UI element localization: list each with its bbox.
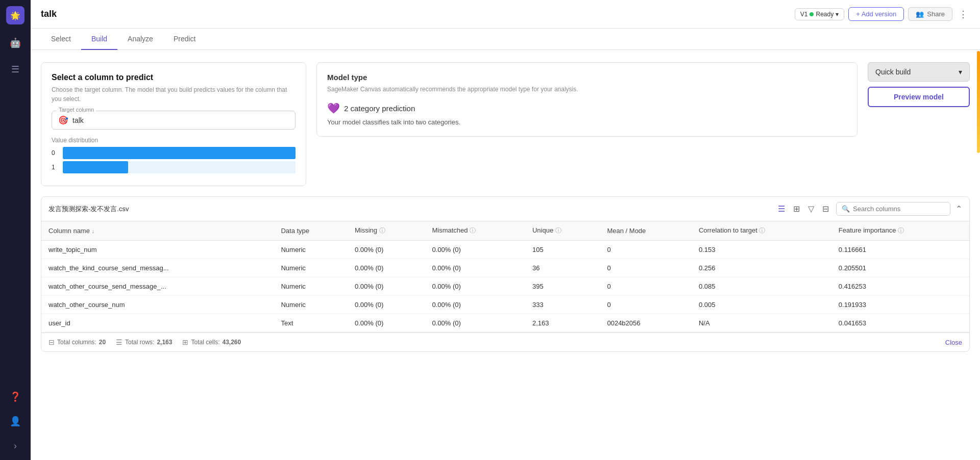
cell-data-type: Numeric — [274, 241, 348, 259]
target-column-value: talk — [72, 116, 84, 124]
total-cells-value: 43,260 — [222, 339, 241, 346]
info-icon-feature[interactable]: ⓘ — [898, 227, 904, 234]
bar-fill-1 — [63, 161, 128, 173]
tab-predict[interactable]: Predict — [163, 29, 206, 50]
share-button[interactable]: 👥 Share — [908, 7, 952, 21]
cell-feature-importance: 0.416253 — [831, 277, 969, 296]
prediction-detail: Your model classifies talk into two cate… — [327, 118, 847, 126]
quick-build-button[interactable]: Quick build ▾ — [868, 62, 970, 82]
sidebar-icon-help[interactable]: ❓ — [7, 389, 23, 405]
cell-correlation: 0.085 — [692, 277, 831, 296]
search-columns-input[interactable] — [853, 205, 945, 213]
th-data-type: Data type — [274, 221, 348, 241]
bar-row-1: 1 — [52, 161, 296, 173]
tab-build[interactable]: Build — [81, 29, 117, 50]
status-label: Ready — [816, 11, 834, 18]
total-cells-stat: ⊞ Total cells: 43,260 — [182, 338, 241, 346]
table-row: write_topic_num Numeric 0.00% (0) 0.00% … — [41, 241, 969, 259]
th-missing: Missing ⓘ — [348, 221, 425, 241]
cell-feature-importance: 0.191933 — [831, 296, 969, 314]
cell-mismatched: 0.00% (0) — [425, 296, 525, 314]
tab-select[interactable]: Select — [41, 29, 81, 50]
close-button[interactable]: Close — [945, 339, 962, 346]
target-icon: 🎯 — [58, 115, 68, 125]
table-toolbar: 发言预测探索-发不发言.csv ☰ ⊞ ▽ ⊟ 🔍 ⌃ — [41, 197, 969, 221]
sidebar-icon-user[interactable]: 👤 — [7, 413, 23, 429]
model-type-panel: Model type SageMaker Canvas automaticall… — [316, 62, 857, 137]
cell-mismatched: 0.00% (0) — [425, 277, 525, 296]
cell-missing: 0.00% (0) — [348, 259, 425, 277]
table-scroll-container[interactable]: Column name ↓ Data type Missing ⓘ Mismat… — [41, 221, 969, 333]
cell-mean-mode: 0 — [600, 277, 691, 296]
bar-row-0: 0 — [52, 147, 296, 159]
th-feature-importance: Feature importance ⓘ — [831, 221, 969, 241]
sidebar-icon-expand[interactable]: › — [7, 438, 23, 454]
cell-unique: 333 — [525, 296, 600, 314]
filter-icon[interactable]: ▽ — [806, 202, 816, 216]
table-row: user_id Text 0.00% (0) 0.00% (0) 2,163 0… — [41, 314, 969, 333]
data-table: Column name ↓ Data type Missing ⓘ Mismat… — [41, 221, 969, 333]
search-box[interactable]: 🔍 — [836, 202, 950, 216]
cell-column-name: user_id — [41, 314, 274, 333]
cell-column-name: write_topic_num — [41, 241, 274, 259]
version-selector[interactable]: V1 Ready ▾ — [795, 8, 844, 20]
preview-model-button[interactable]: Preview model — [868, 87, 970, 107]
bar-label-1: 1 — [52, 164, 59, 171]
cell-unique: 395 — [525, 277, 600, 296]
total-columns-label: Total columns: — [57, 339, 96, 346]
search-icon: 🔍 — [842, 205, 850, 213]
prediction-label: 2 category prediction — [344, 104, 415, 113]
value-dist-label: Value distribution — [52, 137, 296, 144]
cell-correlation: 0.256 — [692, 259, 831, 277]
info-icon-unique[interactable]: ⓘ — [555, 227, 561, 234]
model-type-title: Model type — [327, 73, 847, 82]
quick-build-dropdown-icon: ▾ — [959, 68, 962, 76]
sort-icon-column-name[interactable]: ↓ — [92, 228, 95, 234]
version-label: V1 — [800, 11, 808, 18]
share-icon: 👥 — [916, 10, 924, 18]
cell-missing: 0.00% (0) — [348, 277, 425, 296]
target-column-input[interactable]: 🎯 talk — [52, 111, 296, 130]
target-column-wrapper: Target column 🎯 talk — [52, 111, 296, 130]
scroll-accent — [977, 51, 980, 153]
cell-correlation: N/A — [692, 314, 831, 333]
cell-data-type: Numeric — [274, 277, 348, 296]
settings-icon[interactable]: ⊟ — [820, 202, 831, 216]
th-mean-mode: Mean / Mode — [600, 221, 691, 241]
prediction-badge: 💜 2 category prediction — [327, 102, 847, 114]
cell-mean-mode: 0024b2056 — [600, 314, 691, 333]
main-content: talk V1 Ready ▾ + Add version 👥 Share ⋮ … — [31, 0, 980, 460]
cell-data-type: Numeric — [274, 259, 348, 277]
app-logo[interactable]: 🌟 — [6, 6, 24, 24]
cell-unique: 105 — [525, 241, 600, 259]
cell-mean-mode: 0 — [600, 259, 691, 277]
table-filename: 发言预测探索-发不发言.csv — [48, 205, 771, 214]
cell-feature-importance: 0.205501 — [831, 259, 969, 277]
cells-icon: ⊞ — [182, 338, 188, 346]
list-view-icon[interactable]: ☰ — [776, 202, 787, 216]
bar-track-1 — [63, 161, 296, 173]
total-rows-value: 2,163 — [157, 339, 172, 346]
sidebar: 🌟 🤖 ☰ ❓ 👤 › — [0, 0, 31, 460]
cell-mismatched: 0.00% (0) — [425, 241, 525, 259]
chevron-down-icon: ▾ — [836, 11, 839, 18]
cell-feature-importance: 0.116661 — [831, 241, 969, 259]
grid-view-icon[interactable]: ⊞ — [791, 202, 802, 216]
table-header: Column name ↓ Data type Missing ⓘ Mismat… — [41, 221, 969, 241]
more-options-button[interactable]: ⋮ — [957, 7, 970, 22]
info-icon-mismatched[interactable]: ⓘ — [470, 227, 476, 234]
sidebar-icon-model[interactable]: 🤖 — [7, 35, 23, 51]
tab-analyze[interactable]: Analyze — [117, 29, 163, 50]
cell-missing: 0.00% (0) — [348, 296, 425, 314]
cell-data-type: Text — [274, 314, 348, 333]
sidebar-icon-menu[interactable]: ☰ — [7, 61, 23, 78]
rows-icon: ☰ — [116, 338, 122, 346]
top-panels: Select a column to predict Choose the ta… — [41, 62, 970, 186]
collapse-icon[interactable]: ⌃ — [955, 204, 962, 214]
table-row: watch_other_course_send_message_... Nume… — [41, 277, 969, 296]
add-version-button[interactable]: + Add version — [848, 7, 904, 21]
info-icon-missing[interactable]: ⓘ — [379, 227, 385, 234]
info-icon-correlation[interactable]: ⓘ — [759, 227, 765, 234]
prediction-icon: 💜 — [327, 102, 340, 114]
cell-data-type: Numeric — [274, 296, 348, 314]
